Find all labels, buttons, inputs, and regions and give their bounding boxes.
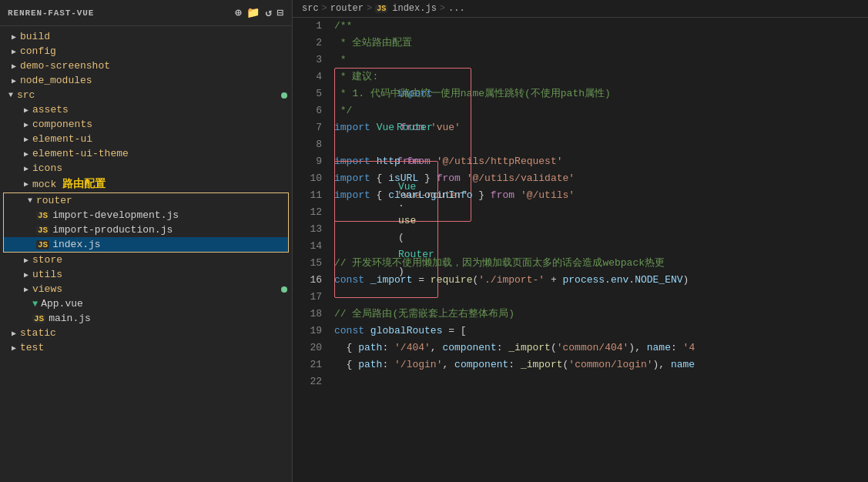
sidebar-item-app-vue[interactable]: ▶ ▼ App.vue <box>0 296 292 311</box>
arrow-icon: ▼ <box>24 196 36 205</box>
sidebar-item-label: element-ui-theme <box>32 148 129 159</box>
sidebar-item-label: static <box>20 327 56 339</box>
arrow-icon: ▶ <box>20 135 32 144</box>
js-file-icon: JS <box>32 314 45 323</box>
arrow-icon: ▶ <box>20 164 32 173</box>
sidebar-item-label: demo-screenshot <box>20 60 110 72</box>
sidebar-item-import-production[interactable]: JS import-production.js <box>4 223 288 237</box>
sidebar-item-import-development[interactable]: JS import-development.js <box>4 208 288 223</box>
sidebar-item-views[interactable]: ▶ views <box>0 282 292 296</box>
vue-file-icon: ▼ <box>32 299 38 310</box>
js-file-icon: JS <box>36 211 49 220</box>
sidebar: RENREN-FAST-VUE ⊕ 📁 ↺ ⊟ ▶ build ▶ config… <box>0 0 293 482</box>
code-line-20: { path : '/404' , component : _import ( … <box>334 340 868 356</box>
sidebar-item-element-ui-theme[interactable]: ▶ element-ui-theme <box>0 146 292 161</box>
collapse-icon[interactable]: ⊟ <box>277 6 284 19</box>
breadcrumb-js-icon: JS <box>375 5 387 13</box>
sidebar-item-label: import-production.js <box>52 224 173 236</box>
line-numbers: 1 2 3 4 5 6 7 8 9 10 11 12 13 14 15 16 1… <box>293 18 328 482</box>
sidebar-item-store[interactable]: ▶ store <box>0 253 292 267</box>
sidebar-item-src[interactable]: ▼ src <box>0 88 292 102</box>
sidebar-item-label: views <box>32 283 62 295</box>
arrow-icon: ▶ <box>20 120 32 129</box>
sidebar-item-utils[interactable]: ▶ utils <box>0 267 292 282</box>
file-tree: ▶ build ▶ config ▶ demo-screenshot ▶ nod… <box>0 26 292 482</box>
editor-panel: src > router > JS index.js > ... 1 2 3 4… <box>293 0 868 482</box>
line-num-20: 20 <box>302 340 322 356</box>
sidebar-item-label: store <box>32 254 62 266</box>
sidebar-item-label: mock <box>32 179 56 190</box>
code-line-15: // 开发环境不使用懒加载，因为懒加载页面太多的话会造成webpack热更 <box>334 255 868 272</box>
sidebar-item-main-js[interactable]: ▶ JS main.js <box>0 311 292 326</box>
arrow-icon: ▶ <box>20 270 32 279</box>
breadcrumb-router: router <box>330 3 364 14</box>
sidebar-item-label: App.vue <box>41 298 83 310</box>
code-line-3: * <box>334 52 868 69</box>
new-file-icon[interactable]: ⊕ <box>235 6 242 19</box>
line-num-22: 22 <box>302 373 322 390</box>
modified-dot <box>281 286 287 293</box>
router-section-box: ▼ router JS import-development.js JS imp… <box>3 192 289 253</box>
sidebar-item-label: router <box>36 195 72 206</box>
new-folder-icon[interactable]: 📁 <box>246 6 260 19</box>
line-num-15: 15 <box>302 255 322 272</box>
code-editor[interactable]: 1 2 3 4 5 6 7 8 9 10 11 12 13 14 15 16 1… <box>293 18 868 482</box>
sidebar-item-label: node_modules <box>20 75 92 86</box>
breadcrumb-sep1: > <box>322 3 327 14</box>
sidebar-item-label: import-development.js <box>52 209 179 221</box>
line-num-13: 13 <box>302 221 322 238</box>
arrow-icon: ▶ <box>20 285 32 294</box>
sidebar-item-label: icons <box>32 162 62 174</box>
js-file-icon: JS <box>36 226 49 235</box>
code-line-19: const globalRoutes = [ <box>334 323 868 340</box>
code-line-18: // 全局路由(无需嵌套上左右整体布局) <box>334 306 868 323</box>
sidebar-item-config[interactable]: ▶ config <box>0 44 292 59</box>
line-num-2: 2 <box>302 35 322 52</box>
sidebar-item-assets[interactable]: ▶ assets <box>0 102 292 117</box>
arrow-icon: ▶ <box>8 32 20 42</box>
arrow-icon: ▶ <box>20 105 32 115</box>
code-line-1: /** <box>334 18 868 35</box>
line-num-19: 19 <box>302 323 322 340</box>
line-num-16: 16 <box>302 272 322 289</box>
line-num-12: 12 <box>302 204 322 221</box>
sidebar-item-label: assets <box>32 104 69 115</box>
arrow-icon: ▶ <box>20 256 32 265</box>
arrow-icon: ▶ <box>8 329 20 338</box>
sidebar-item-index-js[interactable]: JS index.js <box>4 237 288 252</box>
line-num-18: 18 <box>302 306 322 323</box>
line-num-7: 7 <box>302 119 322 136</box>
sidebar-item-components[interactable]: ▶ components <box>0 117 292 132</box>
router-annotation-label: 路由配置 <box>62 177 106 191</box>
code-text[interactable]: /** * 全站路由配置 * * 建议: * 1. 代码中路由统一使用name属… <box>328 18 868 482</box>
refresh-icon[interactable]: ↺ <box>265 6 272 19</box>
arrow-icon: ▶ <box>20 179 32 189</box>
sidebar-item-label: utils <box>32 269 62 280</box>
sidebar-item-test[interactable]: ▶ test <box>0 340 292 355</box>
line-num-8: 8 <box>302 136 322 153</box>
line-num-14: 14 <box>302 238 322 255</box>
sidebar-item-build[interactable]: ▶ build <box>0 29 292 44</box>
arrow-icon: ▶ <box>8 47 20 56</box>
sidebar-item-mock[interactable]: ▶ mock 路由配置 <box>0 176 292 192</box>
sidebar-item-label: main.js <box>49 313 91 324</box>
line-num-17: 17 <box>302 289 322 306</box>
breadcrumb-dots: ... <box>448 3 465 14</box>
line-num-6: 6 <box>302 102 322 119</box>
sidebar-item-icons[interactable]: ▶ icons <box>0 161 292 176</box>
line-num-3: 3 <box>302 52 322 69</box>
breadcrumb: src > router > JS index.js > ... <box>293 0 868 18</box>
sidebar-item-label: element-ui <box>32 133 92 145</box>
line-num-1: 1 <box>302 18 322 35</box>
sidebar-item-demo-screenshot[interactable]: ▶ demo-screenshot <box>0 59 292 73</box>
sidebar-item-router[interactable]: ▼ router <box>4 193 288 208</box>
sidebar-item-static[interactable]: ▶ static <box>0 326 292 340</box>
sidebar-item-label: config <box>20 45 56 57</box>
line-num-4: 4 <box>302 69 322 85</box>
sidebar-item-label: build <box>20 31 50 42</box>
js-file-icon: JS <box>36 240 49 249</box>
line-num-11: 11 <box>302 187 322 204</box>
sidebar-item-element-ui[interactable]: ▶ element-ui <box>0 132 292 146</box>
line-num-9: 9 <box>302 153 322 170</box>
sidebar-item-node-modules[interactable]: ▶ node_modules <box>0 73 292 88</box>
